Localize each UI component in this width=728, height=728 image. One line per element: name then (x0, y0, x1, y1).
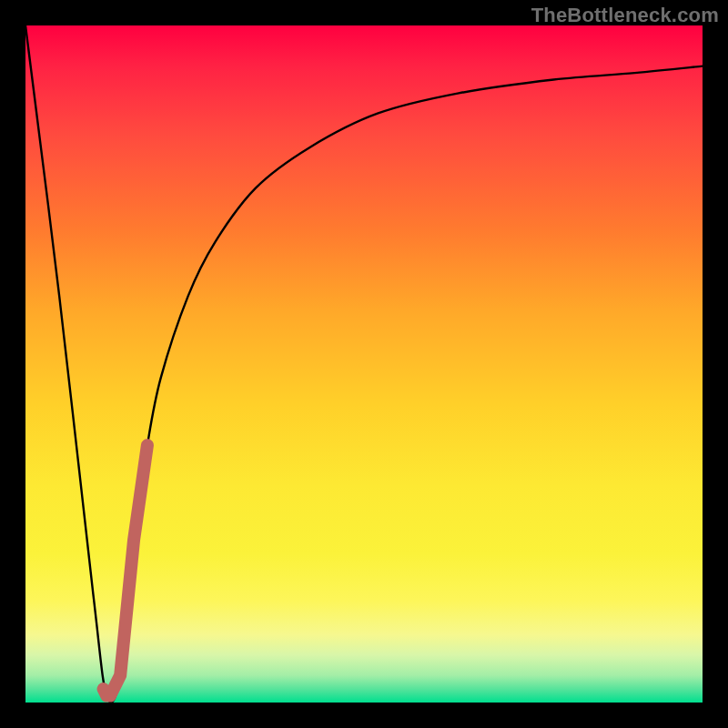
chart-frame: TheBottleneck.com (0, 0, 728, 728)
watermark-text: TheBottleneck.com (531, 4, 719, 27)
chart-overlay (25, 25, 703, 703)
highlight-segment-path (104, 445, 147, 695)
